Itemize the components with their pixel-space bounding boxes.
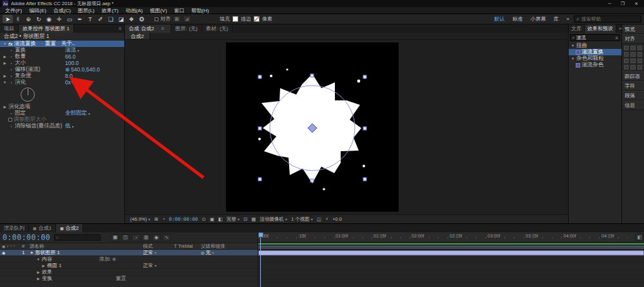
fast-preview-icon[interactable]: ⚡: [325, 216, 328, 222]
graph-editor-icon[interactable]: ∿: [162, 234, 171, 241]
hide-shy-layers-icon[interactable]: ◔: [131, 234, 140, 241]
panel-align[interactable]: 对齐: [622, 34, 644, 44]
menu-help[interactable]: 帮助(H): [191, 7, 209, 14]
size-value[interactable]: 100.0: [65, 60, 79, 66]
distribute-5-icon[interactable]: [630, 65, 635, 69]
offset-value[interactable]: 540.0,540.0: [71, 66, 100, 73]
maximize-button[interactable]: ❐: [621, 1, 625, 6]
viewer-timecode[interactable]: 0:00:00:00: [169, 216, 198, 222]
tab-footage[interactable]: 素材: (无): [202, 24, 233, 33]
evolution-dial[interactable]: [21, 88, 35, 102]
workspace-default[interactable]: 默认: [491, 15, 508, 23]
composition-stage[interactable]: [226, 42, 399, 212]
camera-view-dropdown[interactable]: 活动摄像机 ▾: [260, 216, 287, 223]
comp-subtab[interactable]: 合成2: [125, 33, 150, 39]
channels-icon[interactable]: ◧: [218, 216, 223, 222]
motion-blur-icon[interactable]: ◉: [152, 234, 160, 241]
panel-menu-icon[interactable]: ≡: [116, 24, 124, 33]
align-left-icon[interactable]: [624, 46, 629, 50]
clear-search-icon[interactable]: ×: [615, 35, 618, 41]
eye-icon[interactable]: ◉: [2, 244, 5, 248]
layer-search-box[interactable]: ⌕: [54, 234, 100, 241]
time-ruler[interactable]: :00f :15f 01:00f 01:15f 02:00f 02:15f 03…: [258, 232, 644, 243]
menu-file[interactable]: 文件(F): [5, 7, 22, 14]
stopwatch-icon[interactable]: ◔: [8, 80, 14, 85]
add-button-icon[interactable]: ⊕: [112, 257, 116, 262]
column-trkmat[interactable]: T TrkMat: [174, 243, 201, 249]
tab-comp-1[interactable]: ▦ 合成1: [29, 224, 56, 232]
draft-3d-icon[interactable]: ◫: [121, 234, 129, 241]
snap-guides-icon[interactable]: ⊿: [183, 15, 191, 23]
group-blend-dropdown[interactable]: 正常 ▾: [143, 262, 174, 269]
amount-value[interactable]: 66.0: [65, 53, 76, 60]
tab-effects-presets[interactable]: 效果和预设: [585, 24, 616, 33]
stopwatch-icon[interactable]: ◔: [8, 55, 14, 59]
menu-effect[interactable]: 效果(T): [102, 7, 118, 14]
transform-reset-button[interactable]: 重置: [116, 275, 143, 282]
stopwatch-icon[interactable]: ◔: [8, 48, 14, 53]
tab-comp-2[interactable]: ▦ 合成2: [56, 224, 83, 232]
align-center-v-icon[interactable]: [630, 52, 635, 57]
camera-tool-icon[interactable]: ◉: [44, 15, 54, 23]
menu-layer[interactable]: 图层(L): [78, 7, 95, 14]
clone-stamp-tool-icon[interactable]: ❏: [106, 15, 116, 23]
puppet-tool-icon[interactable]: ✪: [137, 15, 147, 23]
transparency-grid-icon[interactable]: ▦: [251, 216, 256, 222]
align-bottom-icon[interactable]: [638, 52, 642, 57]
pan-behind-tool-icon[interactable]: ✛: [54, 15, 64, 23]
pickwhip-icon[interactable]: ◎: [201, 250, 204, 255]
property-row-transform[interactable]: ▶ 变换 重置: [0, 275, 258, 282]
type-tool-icon[interactable]: T: [85, 15, 95, 23]
align-right-icon[interactable]: [638, 46, 642, 50]
eye-icon[interactable]: ◉: [2, 250, 5, 255]
twirl-open-icon[interactable]: ▼: [3, 80, 7, 84]
tab-project[interactable]: 项目: [0, 24, 19, 33]
menu-edit[interactable]: 编辑(E): [29, 7, 46, 14]
column-mode[interactable]: 模式: [143, 243, 174, 250]
panel-preview[interactable]: 预览: [622, 24, 644, 34]
menu-composition[interactable]: 合成(C): [53, 7, 71, 14]
distribute-4-icon[interactable]: [624, 65, 629, 69]
brush-tool-icon[interactable]: ✐: [95, 15, 106, 23]
stopwatch-icon[interactable]: ◔: [8, 74, 14, 79]
twirl-closed-icon[interactable]: ▶: [36, 270, 41, 274]
pen-tool-icon[interactable]: ✒: [75, 15, 85, 23]
stroke-swatch[interactable]: [254, 16, 260, 22]
twirl-closed-icon[interactable]: ▶: [3, 74, 7, 78]
panel-info[interactable]: 信息: [622, 100, 644, 110]
twirl-closed-icon[interactable]: ▶: [41, 264, 46, 268]
fill-swatch[interactable]: [232, 16, 238, 22]
tab-render-queue[interactable]: 渲染队列: [0, 224, 29, 232]
distribute-2-icon[interactable]: [630, 59, 635, 63]
snap-checkbox[interactable]: [155, 17, 158, 21]
distribute-3-icon[interactable]: [638, 59, 642, 63]
complexity-value[interactable]: 8.0: [65, 73, 73, 79]
roi-icon[interactable]: ⊡: [243, 216, 247, 222]
parent-dropdown[interactable]: ◎ 无 ▾: [201, 249, 258, 256]
workspace-small-screen[interactable]: 小屏幕: [527, 15, 549, 23]
distribute-1-icon[interactable]: [624, 59, 629, 63]
twirl-closed-icon[interactable]: ▶: [36, 277, 41, 281]
twirl-closed-icon[interactable]: ▶: [3, 61, 7, 65]
stopwatch-icon[interactable]: ◔: [8, 68, 14, 72]
twirl-closed-icon[interactable]: ▶: [3, 105, 7, 109]
zoom-level-dropdown[interactable]: (46.9%) ▾: [130, 216, 150, 222]
workspace-libraries[interactable]: 库: [551, 15, 562, 23]
panel-paragraph[interactable]: 段落: [622, 91, 644, 100]
audio-icon[interactable]: ♪: [6, 244, 8, 248]
close-button[interactable]: ✕: [634, 1, 638, 6]
blend-mode-dropdown[interactable]: 正常 ▾: [143, 249, 174, 256]
twirl-open-icon[interactable]: ▼: [36, 257, 41, 261]
shape-tool-icon[interactable]: ▭: [64, 15, 75, 23]
stopwatch-icon[interactable]: ◔: [8, 111, 14, 116]
workspace-standard[interactable]: 标准: [509, 15, 526, 23]
show-snapshot-icon[interactable]: ▣: [210, 216, 214, 222]
grid-options-icon[interactable]: ⊞: [154, 216, 158, 222]
resize-layer-checkbox[interactable]: [8, 118, 12, 122]
tab-composition[interactable]: 合成 合成2 ≡: [125, 24, 171, 33]
snap-grid-icon[interactable]: ⊞: [173, 15, 181, 23]
resolution-dropdown[interactable]: 完整 ▾: [227, 216, 240, 223]
menu-view[interactable]: 视图(V): [150, 7, 167, 14]
work-area-bar[interactable]: [258, 246, 644, 249]
stopwatch-icon[interactable]: ◔: [8, 61, 14, 66]
